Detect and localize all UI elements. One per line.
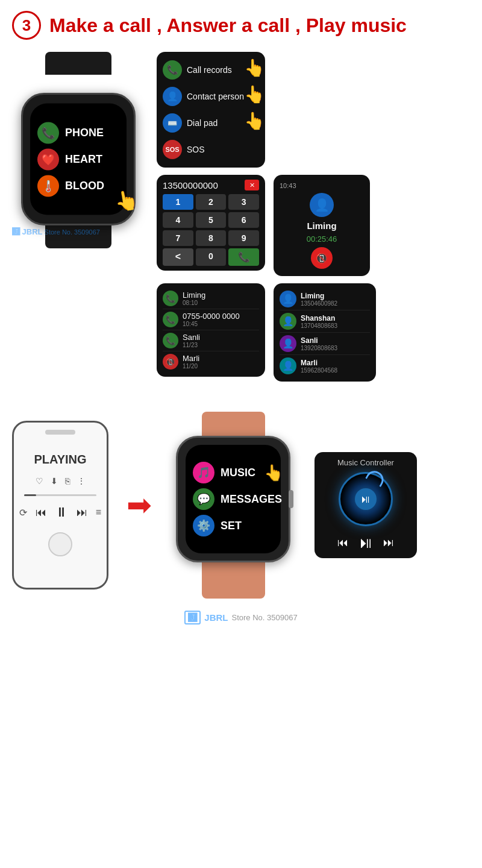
key-1[interactable]: 1: [163, 194, 193, 210]
contact-sanli-avatar: 👤: [280, 335, 296, 352]
record-0755-icon: 📞: [163, 312, 178, 327]
heart-icon: ❤️: [37, 148, 59, 170]
watch-menu-blood: 🌡️ BLOOD: [37, 175, 119, 197]
set-watch-icon: ⚙️: [193, 515, 214, 536]
record-0755: 📞 0755-0000 0000 10:45: [163, 309, 259, 330]
music-play-button[interactable]: ⏯: [358, 533, 374, 552]
contacts-panel: 👤 Liming 13504600982 👤 Shanshan 13704808…: [274, 283, 376, 382]
music-watch-icon: 🎵: [193, 462, 214, 483]
record-marli: 📵 Marli 11/20: [163, 351, 259, 372]
music-controller-panel: Music Controller ⏯ ⏮ ⏯ ⏭: [315, 452, 417, 558]
dialpad-number-row: 13500000000 ✕: [163, 180, 259, 190]
contact-marli-name: Marli: [301, 359, 370, 367]
call-records-label: Call records: [187, 65, 232, 75]
header: 3 Make a call , Answer a call , Play mus…: [0, 0, 482, 46]
menu-call-records: 📞 Call records 👆: [163, 57, 259, 83]
music-next-button[interactable]: ⏭: [383, 536, 394, 549]
blood-icon: 🌡️: [37, 175, 59, 197]
download-ctrl-icon: ⬇: [51, 476, 58, 486]
section-divider: [0, 388, 482, 406]
watch-screen: 📞 PHONE ❤️ HEART 🌡️ BLOOD: [30, 104, 127, 215]
copy-ctrl-icon: ⎘: [65, 476, 70, 486]
prev-icon[interactable]: ⏮: [36, 506, 46, 519]
record-sanli-info: Sanli 11/23: [183, 333, 259, 348]
contact-shanshan-info: Shanshan 13704808683: [301, 314, 370, 329]
end-call-button[interactable]: 📵: [311, 247, 333, 269]
header-title: Make a call , Answer a call , Play music: [49, 14, 407, 37]
blood-label: BLOOD: [65, 180, 104, 192]
contact-liming: 👤 Liming 13504600982: [280, 288, 370, 310]
more-ctrl-icon: ⋮: [77, 476, 86, 486]
phone-icon: 📞: [37, 122, 59, 143]
key-6[interactable]: 6: [228, 212, 259, 228]
record-sanli-name: Sanli: [183, 333, 259, 342]
call-avatar: 👤: [310, 193, 334, 217]
contact-marli-avatar: 👤: [280, 357, 296, 374]
watch-crown: [289, 490, 293, 508]
music-ctrl-title: Music Controller: [337, 458, 394, 467]
hand-pointer-1: 👆: [244, 58, 265, 78]
key-9[interactable]: 9: [228, 230, 259, 246]
phone-mockup: PLAYING ♡ ⬇ ⎘ ⋮ ⟳ ⏮ ⏸ ⏭ ≡: [12, 421, 108, 590]
contact-sanli-number: 13920808683: [301, 345, 370, 351]
key-2[interactable]: 2: [196, 194, 227, 210]
contact-marli-number: 15962804568: [301, 367, 370, 374]
key-8[interactable]: 8: [196, 230, 227, 246]
hand-pointer-left: 👆: [113, 187, 140, 214]
phone-menu-panel: 📞 Call records 👆 👤 Contact person 👆 ⌨️ D…: [157, 52, 265, 168]
watch-pink-body: 🎵 MUSIC 👆 💬 MESSAGES ⚙️ SET: [176, 436, 290, 562]
watermark-left: 🅹 JBRL Store No. 3509067: [12, 227, 100, 236]
key-0[interactable]: 0: [196, 248, 227, 266]
contact-sanli-name: Sanli: [301, 336, 370, 345]
watch-set-item: ⚙️ SET: [193, 515, 274, 536]
bottom-section: PLAYING ♡ ⬇ ⎘ ⋮ ⟳ ⏮ ⏸ ⏭ ≡ ➡ 🎵 MUSI: [0, 406, 482, 605]
phone-progress-fill: [24, 494, 36, 496]
incoming-call-panel: 10:43 👤 Liming 00:25:46 📵: [274, 175, 370, 276]
next-icon[interactable]: ⏭: [77, 506, 87, 519]
contact-shanshan-number: 13704808683: [301, 322, 370, 329]
record-missed-icon: 📵: [163, 354, 178, 370]
phone-home-button[interactable]: [48, 532, 72, 556]
contact-label: Contact person: [187, 92, 244, 101]
contact-shanshan-avatar: 👤: [280, 313, 296, 330]
key-call[interactable]: 📞: [228, 248, 259, 266]
messages-watch-label: MESSAGES: [221, 493, 282, 506]
contact-sanli: 👤 Sanli 13920808683: [280, 333, 370, 355]
record-liming-info: Liming 08:10: [183, 291, 259, 306]
watch-band-top: [45, 52, 111, 75]
dialpad-icon: ⌨️: [163, 113, 182, 133]
repeat-icon[interactable]: ≡: [96, 507, 101, 518]
record-0755-info: 0755-0000 0000 10:45: [183, 312, 259, 327]
key-7[interactable]: 7: [163, 230, 193, 246]
key-5[interactable]: 5: [196, 212, 227, 228]
key-back[interactable]: <: [163, 248, 193, 266]
heart-label: HEART: [65, 153, 102, 166]
music-watch-label: MUSIC: [221, 467, 255, 479]
contact-shanshan: 👤 Shanshan 13704808683: [280, 310, 370, 333]
dialpad-number: 13500000000: [163, 180, 245, 190]
pause-icon[interactable]: ⏸: [55, 505, 68, 520]
music-prev-button[interactable]: ⏮: [337, 536, 348, 549]
record-liming-name: Liming: [183, 291, 259, 300]
watch-left: 📞 PHONE ❤️ HEART 🌡️ BLOOD 👆 🅹 JBRL Store…: [12, 52, 145, 248]
record-liming: 📞 Liming 08:10: [163, 288, 259, 309]
record-sanli-date: 11/23: [183, 342, 259, 348]
watch-pink: 🎵 MUSIC 👆 💬 MESSAGES ⚙️ SET: [170, 412, 296, 599]
record-marli-date: 11/20: [183, 363, 259, 370]
disc-arc: [365, 468, 387, 487]
sos-label: SOS: [187, 145, 205, 154]
phone-label: PHONE: [65, 127, 104, 139]
record-incoming-icon: 📞: [163, 291, 178, 306]
record-sanli-icon: 📞: [163, 333, 178, 348]
right-panels: 📞 Call records 👆 👤 Contact person 👆 ⌨️ D…: [157, 52, 470, 382]
brand-name: JBRL: [204, 612, 228, 623]
key-3[interactable]: 3: [228, 194, 259, 210]
shuffle-icon[interactable]: ⟳: [19, 507, 27, 518]
contact-marli-info: Marli 15962804568: [301, 359, 370, 374]
key-4[interactable]: 4: [163, 212, 193, 228]
contact-sanli-info: Sanli 13920808683: [301, 336, 370, 351]
step-number: 3: [12, 11, 41, 40]
call-records-icon: 📞: [163, 60, 182, 80]
watch-messages-item: 💬 MESSAGES: [193, 488, 274, 510]
call-name: Liming: [307, 221, 336, 231]
